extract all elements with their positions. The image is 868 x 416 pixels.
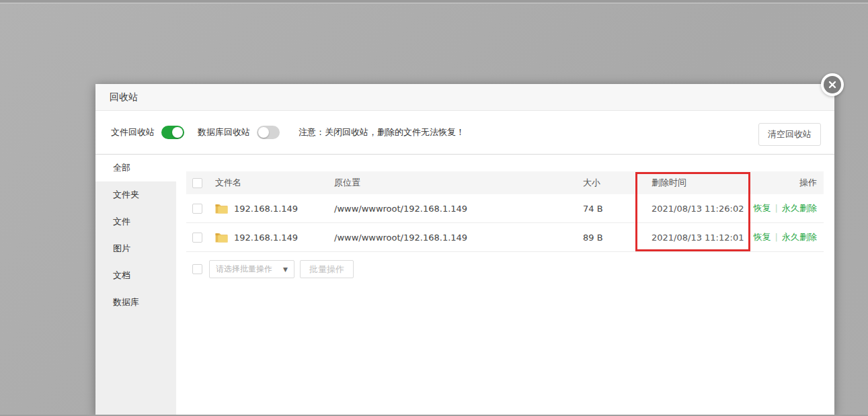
table-row: 192.168.1.149 /www/wwwroot/192.168.1.149…: [186, 194, 824, 223]
file-size: 74 B: [583, 204, 652, 214]
permanent-delete-link[interactable]: 永久删除: [782, 203, 817, 213]
row-checkbox[interactable]: [192, 233, 202, 243]
dialog-body: 全部 文件夹 文件 图片 文档 数据库 文件名 原位置 大小 删除时间 操作: [95, 155, 834, 415]
toggle-knob: [172, 127, 183, 138]
original-path: /www/wwwroot/192.168.1.149: [334, 233, 583, 243]
delete-time: 2021/08/13 11:12:01: [652, 233, 750, 243]
close-icon: [824, 76, 841, 93]
sidebar-item-folders[interactable]: 文件夹: [95, 181, 176, 208]
table-row: 192.168.1.149 /www/wwwroot/192.168.1.149…: [186, 223, 824, 252]
sidebar-item-documents[interactable]: 文档: [95, 262, 176, 289]
header-original-path: 原位置: [334, 177, 583, 189]
recycle-bin-dialog: 回收站 文件回收站 数据库回收站 注意：关闭回收站，删除的文件无法恢复！ 清空回…: [95, 84, 834, 416]
select-all-checkbox[interactable]: [192, 178, 202, 188]
db-recycle-toggle-label: 数据库回收站: [198, 126, 250, 138]
action-separator: |: [775, 203, 778, 213]
batch-dropdown-value: 请选择批量操作: [216, 263, 272, 275]
file-recycle-toggle-label: 文件回收站: [111, 126, 155, 138]
table-header-row: 文件名 原位置 大小 删除时间 操作: [186, 171, 824, 194]
chevron-down-icon: ▼: [283, 266, 288, 273]
folder-icon: [215, 232, 228, 243]
sidebar-item-all[interactable]: 全部: [95, 155, 176, 181]
action-separator: |: [775, 232, 778, 242]
recycle-content: 文件名 原位置 大小 删除时间 操作 192.168.1.149: [176, 155, 834, 415]
file-size: 89 B: [583, 233, 652, 243]
original-path: /www/wwwroot/192.168.1.149: [334, 204, 583, 214]
file-name: 192.168.1.149: [234, 204, 298, 214]
sidebar-item-databases[interactable]: 数据库: [95, 289, 176, 316]
row-checkbox[interactable]: [192, 204, 202, 214]
close-button[interactable]: [821, 73, 844, 96]
file-name: 192.168.1.149: [234, 233, 298, 243]
toggle-knob: [258, 127, 269, 138]
dialog-title: 回收站: [110, 91, 138, 103]
sidebar-item-files[interactable]: 文件: [95, 208, 176, 235]
header-action: 操作: [750, 177, 824, 189]
dialog-toolbar: 文件回收站 数据库回收站 注意：关闭回收站，删除的文件无法恢复！ 清空回收站: [95, 111, 834, 155]
db-recycle-toggle[interactable]: [257, 126, 280, 139]
dialog-header: 回收站: [95, 84, 834, 111]
recycle-warning-text: 注意：关闭回收站，删除的文件无法恢复！: [299, 126, 465, 138]
folder-icon: [215, 203, 228, 214]
file-recycle-toggle[interactable]: [161, 126, 184, 139]
header-delete-time: 删除时间: [652, 177, 750, 189]
header-size: 大小: [583, 177, 652, 189]
empty-recycle-bin-button[interactable]: 清空回收站: [758, 123, 821, 146]
batch-operation-button[interactable]: 批量操作: [300, 260, 354, 278]
batch-operation-dropdown[interactable]: 请选择批量操作 ▼: [209, 260, 294, 278]
window-top-divider: [0, 3, 868, 3]
permanent-delete-link[interactable]: 永久删除: [782, 232, 817, 242]
batch-select-checkbox[interactable]: [192, 264, 202, 274]
batch-operation-bar: 请选择批量操作 ▼ 批量操作: [186, 260, 824, 278]
sidebar-item-images[interactable]: 图片: [95, 235, 176, 262]
category-sidebar: 全部 文件夹 文件 图片 文档 数据库: [95, 155, 176, 415]
recycle-table: 文件名 原位置 大小 删除时间 操作 192.168.1.149: [186, 171, 824, 252]
restore-link[interactable]: 恢复: [754, 232, 771, 242]
header-filename: 文件名: [215, 177, 334, 189]
restore-link[interactable]: 恢复: [754, 203, 771, 213]
delete-time: 2021/08/13 11:26:02: [652, 204, 750, 214]
